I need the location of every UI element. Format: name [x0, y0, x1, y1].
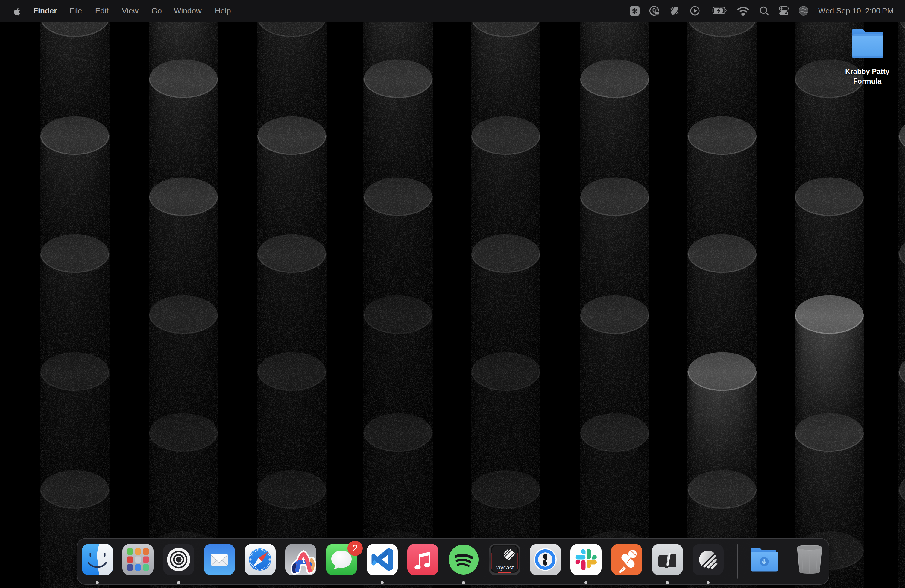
svg-text:raycast: raycast — [495, 564, 514, 571]
